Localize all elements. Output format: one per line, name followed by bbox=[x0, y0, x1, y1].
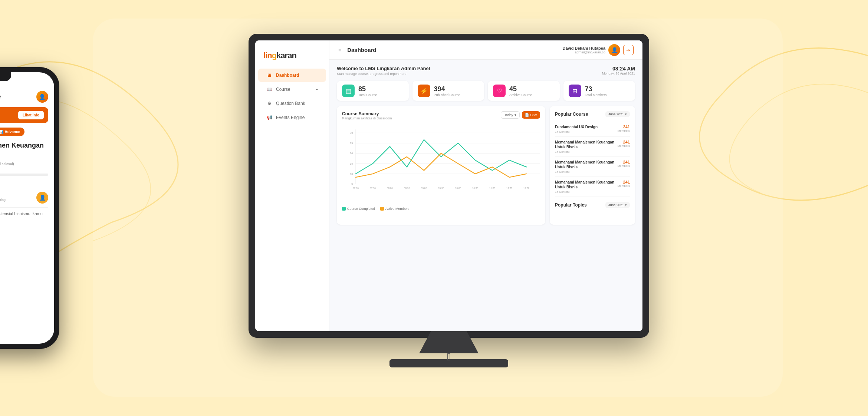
today-filter-button[interactable]: Today ▾ bbox=[501, 111, 520, 119]
course-name-1: Fundamental UX Design bbox=[555, 125, 618, 129]
topbar-user: David Bekam Hutapea admin@lingkaran.co 👤… bbox=[562, 44, 634, 56]
popular-course-row-1: Fundamental UX Design 14 Content 241 Mem… bbox=[555, 122, 630, 137]
category-tabs: Hybrid Learning Program 📊 Advance bbox=[0, 128, 48, 136]
stat-total-members: ⊞ 73 Total Members bbox=[563, 81, 635, 101]
course-members-2: 241 Members bbox=[618, 140, 630, 148]
chart-actions: Today ▾ 📄 CSV bbox=[501, 111, 540, 119]
progress-bar bbox=[0, 174, 48, 176]
mentor-name: Aditya Satriadi bbox=[0, 194, 6, 198]
chevron-down-icon: ▾ bbox=[514, 113, 516, 117]
svg-text:08:00: 08:00 bbox=[387, 187, 393, 189]
csv-export-button[interactable]: 📄 CSV bbox=[522, 111, 540, 119]
user-avatar: 👤 bbox=[608, 44, 620, 56]
welcome-title: Welcome to LMS Lingkaran Admin Panel bbox=[337, 66, 430, 71]
svg-text:15: 15 bbox=[350, 162, 353, 165]
phone-content: ☰ Overview 👤 📡 ( 00 : 04 : 52 ) LIVE WEB… bbox=[0, 72, 54, 344]
course-info-4: Memahami Manajemen Keuangan Untuk Bisnis… bbox=[555, 180, 618, 194]
active-label: Active Members bbox=[385, 207, 410, 211]
topbar-title: Dashboard bbox=[347, 47, 558, 53]
welcome-bar: Welcome to LMS Lingkaran Admin Panel Sta… bbox=[337, 66, 635, 76]
svg-text:10: 10 bbox=[350, 172, 353, 176]
user-info: David Bekam Hutapea admin@lingkaran.co bbox=[562, 46, 605, 54]
logout-icon: ⇥ bbox=[626, 47, 631, 53]
stat-archive-info: 45 Archive Course bbox=[509, 85, 532, 97]
svg-text:09:30: 09:30 bbox=[438, 187, 444, 189]
chart-legend: Course Completed Active Members bbox=[342, 207, 540, 211]
svg-text:08:30: 08:30 bbox=[404, 187, 410, 189]
events-engine-label: Events Engine bbox=[276, 115, 305, 120]
course-name-3: Memahami Manajemen Keuangan Untuk Bisnis bbox=[555, 160, 618, 169]
popular-topics-header: Popular Topics June 2021 ▾ bbox=[555, 202, 630, 208]
popular-topics-section: Popular Topics June 2021 ▾ bbox=[555, 202, 630, 208]
dashboard-body: Welcome to LMS Lingkaran Admin Panel Sta… bbox=[329, 60, 642, 331]
chart-panel: Course Summary Rangkuman aktifitas di cl… bbox=[337, 106, 545, 225]
stats-row: ▤ 85 Total Course ⚡ 394 Publish bbox=[337, 81, 635, 101]
svg-text:12:00: 12:00 bbox=[523, 187, 530, 189]
mentor-section-label: 🎓 Mentor dalam kursus bbox=[0, 181, 48, 185]
apple-logo-icon:  bbox=[447, 351, 451, 363]
advance-tab[interactable]: 📊 Advance bbox=[0, 128, 24, 136]
chevron-down-icon: ▾ bbox=[625, 112, 627, 116]
imac-screen: lingkaran ⊞ Dashboard 📖 Course ▾ bbox=[255, 40, 642, 331]
phone-body: ☰ Overview 👤 📡 ( 00 : 04 : 52 ) LIVE WEB… bbox=[0, 67, 59, 349]
legend-completed: Course Completed bbox=[342, 207, 375, 211]
popular-course-title: Popular Course bbox=[555, 112, 588, 117]
members-label-1: Members bbox=[618, 129, 630, 132]
course-name-4: Memahami Manajemen Keuangan Untuk Bisnis bbox=[555, 180, 618, 189]
completed-dot bbox=[342, 207, 346, 211]
sidebar-item-dashboard[interactable]: ⊞ Dashboard bbox=[258, 69, 326, 82]
members-count-2: 241 bbox=[618, 140, 630, 144]
course-members-3: 241 Members bbox=[618, 160, 630, 168]
members-count-4: 241 bbox=[618, 180, 630, 184]
chart-svg-container: 5 10 15 20 25 30 bbox=[342, 123, 540, 205]
popular-course-row-3: Memahami Manajemen Keuangan Untuk Bisnis… bbox=[555, 157, 630, 177]
svg-text:10:30: 10:30 bbox=[472, 187, 479, 189]
stat-archive-course: ♡ 45 Archive Course bbox=[488, 81, 560, 101]
progress-label: Progress Kursus 20%(4 dari 13 Materi sel… bbox=[0, 162, 48, 166]
welcome-text: Welcome to LMS Lingkaran Admin Panel Sta… bbox=[337, 66, 430, 76]
topics-month-filter[interactable]: June 2021 ▾ bbox=[605, 202, 630, 208]
sidebar-item-course[interactable]: 📖 Course ▾ bbox=[258, 83, 326, 96]
chart-header: Course Summary Rangkuman aktifitas di cl… bbox=[342, 111, 540, 120]
book-icon: 📖 bbox=[266, 86, 272, 92]
grid-icon: ⊞ bbox=[266, 72, 272, 78]
scene: ☰ Overview 👤 📡 ( 00 : 04 : 52 ) LIVE WEB… bbox=[0, 0, 868, 416]
popular-month-filter[interactable]: June 2021 ▾ bbox=[605, 111, 630, 117]
total-course-icon: ▤ bbox=[342, 85, 355, 97]
question-bank-label: Question Bank bbox=[276, 101, 305, 106]
archive-course-icon: ♡ bbox=[493, 85, 506, 97]
svg-text:07:00: 07:00 bbox=[353, 187, 359, 189]
course-members-4: 241 Members bbox=[618, 180, 630, 188]
svg-text:11:30: 11:30 bbox=[506, 187, 513, 189]
members-label-2: Members bbox=[618, 144, 630, 148]
welcome-subtitle: Start manage course, progress and report… bbox=[337, 72, 430, 76]
popular-topics-title: Popular Topics bbox=[555, 202, 587, 208]
progress-link[interactable]: Ketentuan menyelesaikan kursus ⚙ bbox=[0, 167, 48, 171]
stat-published-info: 394 Published Course bbox=[434, 85, 460, 97]
chart-title-group: Course Summary Rangkuman aktifitas di cl… bbox=[342, 111, 392, 120]
course-content-3: 14 Content bbox=[555, 170, 618, 174]
svg-text:20: 20 bbox=[350, 152, 353, 155]
lihat-info-button[interactable]: Lihat Info bbox=[18, 111, 44, 119]
sidebar-nav: ⊞ Dashboard 📖 Course ▾ ⚙ Question Bank bbox=[255, 69, 329, 124]
chart-subtitle: Rangkuman aktifitas di classroom bbox=[342, 116, 392, 120]
course-members-1: 241 Members bbox=[618, 125, 630, 132]
chart-title: Course Summary bbox=[342, 111, 392, 116]
chevron-down-icon: ▾ bbox=[316, 88, 318, 92]
dashboard-label: Dashboard bbox=[276, 73, 299, 78]
course-content-2: 14 Content bbox=[555, 150, 618, 153]
hamburger-icon[interactable]: ≡ bbox=[338, 47, 341, 53]
mentor-info: Aditya Satriadi Managing DirectorTMP Acc… bbox=[0, 194, 6, 202]
two-col-layout: Course Summary Rangkuman aktifitas di cl… bbox=[337, 106, 635, 225]
sidebar-item-question-bank[interactable]: ⚙ Question Bank bbox=[258, 97, 326, 110]
svg-text:5: 5 bbox=[351, 182, 353, 186]
sidebar-item-events-engine[interactable]: 📢 Events Engine bbox=[258, 111, 326, 124]
logout-button[interactable]: ⇥ bbox=[623, 45, 634, 55]
mentor-avatar2: 👤 bbox=[36, 192, 48, 204]
total-course-label: Total Course bbox=[358, 93, 377, 97]
live-banner: 📡 ( 00 : 04 : 52 ) LIVE WEBINAR - We... … bbox=[0, 107, 48, 123]
phone-course-title: Memahami Manajemen Keuangan Untuk Bisnis bbox=[0, 141, 48, 159]
file-icon: 📄 bbox=[525, 113, 529, 117]
chevron-down-icon: ▾ bbox=[625, 203, 627, 207]
members-label-4: Members bbox=[618, 184, 630, 188]
